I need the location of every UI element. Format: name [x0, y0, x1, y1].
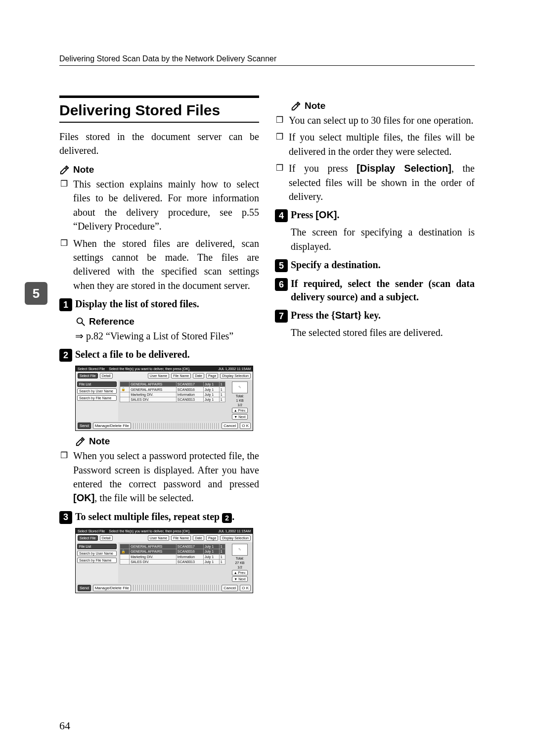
- reference-text: ⇒ p.82 “Viewing a List of Stored Files”: [75, 329, 259, 343]
- file-table: GENERAL AFFAIRSSCAN0017July 11 🔒GENERAL …: [120, 544, 225, 565]
- search-by-user-name-button[interactable]: Search by User Name: [77, 551, 117, 556]
- note-item: You can select up to 30 files for one op…: [276, 113, 475, 127]
- send-button[interactable]: Send: [78, 423, 91, 429]
- left-column: Delivering Stored Files Files stored in …: [59, 95, 259, 597]
- shot-datetime: JUL 1,2002 11:15AM: [218, 529, 251, 533]
- pager: 1/2: [237, 403, 242, 407]
- reference-label: Reference: [89, 316, 134, 327]
- send-button[interactable]: Send: [78, 585, 91, 591]
- section-title: Delivering Stored Files: [59, 95, 259, 123]
- step-number-badge: 5: [275, 259, 288, 272]
- note-list: This section explains mainly how to sele…: [59, 177, 259, 292]
- step-text: To select multiple files, repeat step 2.: [75, 510, 234, 523]
- step-1: 1 Display the list of stored files.: [59, 297, 259, 311]
- total-label: Total:: [236, 394, 244, 398]
- table-row[interactable]: Marketing DIV.InformationJuly 11: [120, 392, 225, 397]
- cancel-button[interactable]: Cancel: [222, 585, 238, 591]
- note-list: You can select up to 30 files for one op…: [275, 113, 475, 203]
- step-number-badge: 2: [59, 349, 72, 362]
- step-5: 5 Specify a destination.: [275, 258, 475, 272]
- sort-file-name[interactable]: File Name: [171, 535, 191, 541]
- table-row[interactable]: Marketing DIV.InformationJuly 11: [120, 554, 225, 559]
- svg-line-1: [82, 323, 85, 326]
- step-text: Select a file to be delivered.: [75, 348, 190, 361]
- step-text: If required, select the sender (scan dat…: [291, 277, 475, 304]
- screenshot-select-stored-file: Select Stored File Select the file(s) yo…: [75, 366, 253, 431]
- table-row[interactable]: GENERAL AFFAIRSSCAN0017July 11: [120, 382, 225, 387]
- thumbnail-icon: ✎: [232, 381, 248, 393]
- select-file-tab[interactable]: Select File: [78, 373, 98, 378]
- step-number-badge: 1: [59, 298, 72, 311]
- total-value: 1 KB: [236, 399, 243, 402]
- shot-subtitle: Select the file(s) you want to deliver, …: [109, 367, 190, 371]
- table-row[interactable]: SALES DIV.SCAN0013July 11: [120, 397, 225, 402]
- sort-date[interactable]: Date: [193, 373, 204, 378]
- pencil-icon: [291, 100, 302, 111]
- ok-inline-label: [OK]: [315, 209, 337, 220]
- step-2: 2 Select a file to be delivered.: [59, 348, 259, 362]
- search-by-user-name-button[interactable]: Search by User Name: [77, 388, 117, 394]
- table-row[interactable]: GENERAL AFFAIRSSCAN0017July 11: [120, 544, 225, 549]
- sort-user-name[interactable]: User Name: [148, 373, 169, 378]
- manage-delete-button[interactable]: Manage/Delete File: [93, 423, 131, 429]
- note-item: This section explains mainly how to sele…: [60, 177, 259, 234]
- sort-page[interactable]: Page: [206, 535, 218, 541]
- thumbnail-icon: ✎: [232, 544, 248, 556]
- file-list-button[interactable]: File List: [77, 544, 117, 549]
- side-chapter-tab: 5: [25, 282, 47, 305]
- note-list: When you select a password protected fil…: [59, 449, 259, 505]
- manage-delete-button[interactable]: Manage/Delete File: [93, 585, 131, 591]
- ok-inline-label: [OK]: [73, 492, 94, 503]
- step-number-badge: 6: [275, 278, 288, 291]
- sort-file-name[interactable]: File Name: [171, 373, 191, 378]
- step-text: Display the list of stored files.: [75, 297, 199, 311]
- step-3: 3 To select multiple files, repeat step …: [59, 510, 259, 524]
- display-selection-button[interactable]: Display Selection: [220, 373, 251, 378]
- screenshot-select-stored-file-multi: Select Stored File Select the file(s) yo…: [75, 528, 253, 593]
- table-row[interactable]: 🔒GENERAL AFFAIRSSCAN0016July 11: [120, 549, 225, 554]
- note-heading: Note: [59, 164, 259, 175]
- shot-datetime: JUL 1,2002 11:15AM: [218, 367, 251, 371]
- total-label: Total:: [236, 557, 244, 560]
- sort-user-name[interactable]: User Name: [148, 535, 169, 541]
- search-by-file-name-button[interactable]: Search by File Name: [77, 558, 117, 563]
- search-by-file-name-button[interactable]: Search by File Name: [77, 395, 117, 401]
- step-ref-badge: 2: [222, 513, 232, 523]
- next-button[interactable]: ▼ Next: [232, 414, 247, 420]
- next-button[interactable]: ▼ Next: [232, 576, 247, 582]
- note-item: If you select multiple files, the files …: [276, 130, 475, 158]
- note-label: Note: [73, 164, 94, 175]
- step-body: The screen for specifying a destination …: [291, 225, 475, 253]
- step-4: 4 Press [OK]. The screen for specifying …: [275, 208, 475, 253]
- file-table: GENERAL AFFAIRSSCAN0017July 11 🔒GENERAL …: [120, 381, 225, 402]
- step-number-badge: 3: [59, 511, 72, 524]
- pencil-icon: [59, 164, 70, 175]
- detail-tab[interactable]: Detail: [100, 373, 113, 378]
- prev-button[interactable]: ▲ Prev.: [232, 570, 248, 575]
- ok-button[interactable]: O K: [240, 423, 251, 429]
- footer-stripes: [133, 585, 220, 591]
- footer-stripes: [133, 423, 220, 429]
- sort-date[interactable]: Date: [193, 535, 204, 541]
- detail-tab[interactable]: Detail: [100, 535, 113, 541]
- prev-button[interactable]: ▲ Prev.: [232, 408, 248, 413]
- table-row[interactable]: 🔒GENERAL AFFAIRSSCAN0016July 11: [120, 387, 225, 392]
- cancel-button[interactable]: Cancel: [222, 423, 238, 429]
- shot-title: Select Stored File: [78, 529, 105, 533]
- note-item: If you press [Display Selection], the se…: [276, 161, 475, 203]
- table-row[interactable]: SALES DIV.SCAN0013July 11: [120, 559, 225, 564]
- file-list-button[interactable]: File List: [77, 381, 117, 387]
- note-heading: Note: [75, 436, 259, 447]
- step-text: Press the {Start} key.: [291, 309, 381, 322]
- total-value: 27 KB: [235, 561, 244, 565]
- display-selection-button[interactable]: Display Selection: [220, 535, 251, 541]
- reference-heading: Reference: [75, 316, 259, 327]
- reference-icon: [75, 316, 86, 327]
- select-file-tab[interactable]: Select File: [78, 535, 98, 541]
- ok-button[interactable]: O K: [240, 585, 251, 591]
- note-item: When the stored files are delivered, sca…: [60, 236, 259, 293]
- step-number-badge: 4: [275, 209, 288, 222]
- sort-page[interactable]: Page: [206, 373, 218, 378]
- running-head: Delivering Stored Scan Data by the Netwo…: [59, 54, 475, 66]
- note-label: Note: [305, 100, 325, 111]
